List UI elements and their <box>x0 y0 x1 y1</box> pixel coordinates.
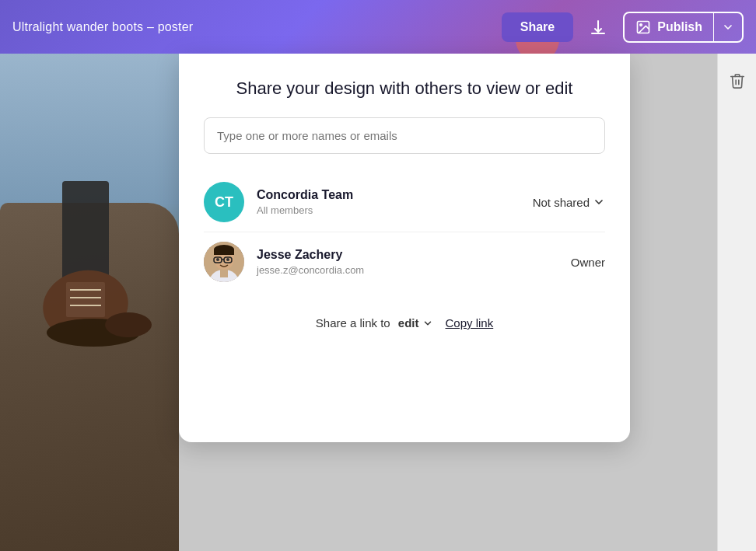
team-avatar-initials: CT <box>215 194 233 211</box>
header-actions: Share Publish <box>502 12 744 43</box>
svg-rect-12 <box>220 270 228 277</box>
right-sidebar <box>717 54 756 551</box>
owner-email: jesse.z@concordia.com <box>257 264 558 276</box>
footer-edit-link[interactable]: edit <box>395 316 433 330</box>
header: Ultralight wander boots – poster Share P… <box>0 0 756 54</box>
publish-button-group: Publish <box>623 12 744 43</box>
download-button[interactable] <box>579 12 617 43</box>
owner-info: Jesse Zachery jesse.z@concordia.com <box>257 248 558 276</box>
footer-prefix: Share a link to <box>316 316 390 330</box>
svg-point-17 <box>216 258 219 261</box>
publish-arrow-button[interactable] <box>714 15 742 40</box>
owner-status: Owner <box>571 256 605 269</box>
share-modal: Share your design with others to view or… <box>179 54 630 442</box>
email-input[interactable] <box>204 117 605 154</box>
share-row-owner: Jesse Zachery jesse.z@concordia.com Owne… <box>204 232 605 291</box>
design-canvas <box>0 54 179 551</box>
team-sub: All members <box>257 204 520 216</box>
download-icon <box>589 18 607 37</box>
share-row-team: CT Concordia Team All members Not shared <box>204 173 605 232</box>
team-name: Concordia Team <box>257 188 520 202</box>
footer-edit-label: edit <box>395 316 419 330</box>
owner-avatar <box>204 242 244 282</box>
owner-photo <box>204 242 244 282</box>
copy-link-button[interactable]: Copy link <box>446 316 494 330</box>
owner-name: Jesse Zachery <box>257 248 558 262</box>
page-title: Ultralight wander boots – poster <box>12 20 193 34</box>
owner-face-icon <box>204 242 244 282</box>
svg-point-1 <box>640 23 642 25</box>
share-button[interactable]: Share <box>502 12 573 42</box>
modal-footer: Share a link to edit Copy link <box>204 291 605 351</box>
team-chevron-down-icon <box>593 196 605 208</box>
team-avatar: CT <box>204 182 244 222</box>
modal-title: Share your design with others to view or… <box>204 78 605 99</box>
publish-main-button[interactable]: Publish <box>625 13 713 41</box>
rock-texture <box>0 203 179 551</box>
publish-label: Publish <box>657 20 702 34</box>
chevron-down-icon <box>722 21 734 33</box>
svg-point-18 <box>226 258 229 261</box>
trash-button[interactable] <box>723 66 752 99</box>
footer-chevron-down-icon <box>422 318 433 329</box>
main-area: Share your design with others to view or… <box>0 54 756 551</box>
team-info: Concordia Team All members <box>257 188 520 216</box>
svg-rect-20 <box>214 249 234 255</box>
trash-icon <box>729 72 746 89</box>
team-status-dropdown[interactable]: Not shared <box>533 196 605 209</box>
publish-image-icon <box>635 19 651 35</box>
team-status-label: Not shared <box>533 196 590 209</box>
